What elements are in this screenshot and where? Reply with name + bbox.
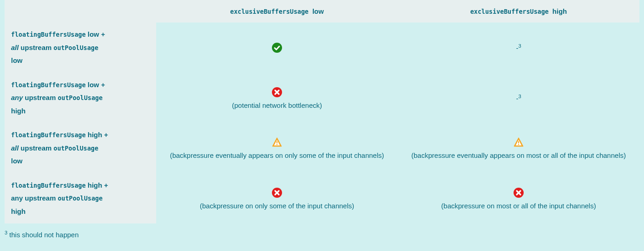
row-upstream: upstream — [25, 94, 56, 101]
row-header: floatingBuffersUsage low + all upstream … — [5, 22, 156, 73]
cell: -3 — [398, 22, 639, 73]
check-icon — [271, 42, 282, 53]
footnote-text: this should not happen — [7, 231, 79, 239]
svg-point-0 — [272, 43, 282, 53]
row-metric1: floatingBuffersUsage — [11, 182, 86, 189]
cell — [156, 22, 398, 73]
row-level2: high — [11, 107, 26, 115]
row-level2: high — [11, 207, 26, 215]
cross-icon — [271, 87, 282, 98]
row-upstream: upstream — [21, 44, 52, 51]
row-plus: + — [101, 30, 105, 38]
cell-caption: (backpressure on most or all of the inpu… — [441, 202, 596, 210]
column-metric: exclusiveBuffersUsage — [470, 8, 549, 15]
row-level1: low — [88, 30, 99, 38]
row-header: floatingBuffersUsage high + any upstream… — [5, 173, 156, 224]
cell-caption: (backpressure on only some of the input … — [200, 202, 354, 210]
table-row: floatingBuffersUsage high + any upstream… — [5, 173, 639, 224]
cell-caption: (backpressure eventually appears on only… — [170, 151, 384, 159]
svg-rect-5 — [518, 144, 519, 145]
table-corner — [5, 0, 156, 22]
cross-icon — [271, 187, 282, 198]
row-level1: low — [88, 81, 99, 89]
row-metric2: outPoolUsage — [58, 94, 103, 101]
cell: (backpressure eventually appears on only… — [156, 123, 398, 173]
row-qualifier: any — [11, 194, 23, 202]
row-metric1: floatingBuffersUsage — [11, 81, 86, 89]
row-qualifier: all — [11, 44, 19, 51]
row-level1: high — [88, 131, 102, 139]
row-metric2: outPoolUsage — [54, 145, 99, 152]
table-row: floatingBuffersUsage high + all upstream… — [5, 123, 639, 173]
column-metric: exclusiveBuffersUsage — [230, 8, 309, 15]
row-metric1: floatingBuffersUsage — [11, 31, 86, 38]
row-header: floatingBuffersUsage low + any upstream … — [5, 73, 156, 123]
row-plus: + — [101, 81, 105, 89]
row-level1: high — [88, 181, 102, 189]
column-header-high: exclusiveBuffersUsage high — [398, 0, 639, 22]
column-level: high — [553, 7, 567, 15]
row-upstream: upstream — [21, 144, 52, 152]
row-qualifier: any — [11, 94, 23, 101]
cross-icon — [513, 187, 524, 198]
svg-rect-3 — [277, 144, 277, 145]
column-header-low: exclusiveBuffersUsage low — [156, 0, 398, 22]
cell: (potential network bottleneck) — [156, 73, 398, 123]
row-level2: low — [11, 157, 23, 165]
row-upstream: upstream — [25, 194, 56, 202]
row-metric2: outPoolUsage — [58, 195, 103, 202]
warning-icon — [513, 137, 524, 148]
footnote: 3 this should not happen — [5, 230, 639, 239]
column-level: low — [312, 7, 324, 15]
cell: (backpressure on only some of the input … — [156, 173, 398, 224]
dash-sup: 3 — [518, 43, 521, 49]
table-row: floatingBuffersUsage low + any upstream … — [5, 73, 639, 123]
table-row: floatingBuffersUsage low + all upstream … — [5, 22, 639, 73]
row-header: floatingBuffersUsage high + all upstream… — [5, 123, 156, 173]
row-plus: + — [104, 181, 108, 189]
cell-caption: (backpressure eventually appears on most… — [412, 151, 626, 159]
buffers-usage-table: exclusiveBuffersUsage low exclusiveBuffe… — [5, 0, 639, 223]
cell-caption: (potential network bottleneck) — [232, 101, 322, 109]
row-metric2: outPoolUsage — [54, 44, 99, 51]
svg-rect-2 — [277, 141, 277, 144]
dash-sup: 3 — [518, 94, 521, 99]
row-qualifier: all — [11, 144, 19, 152]
dash-note: -3 — [516, 44, 521, 52]
dash-note: -3 — [516, 95, 521, 102]
cell: (backpressure on most or all of the inpu… — [398, 173, 639, 224]
svg-rect-4 — [518, 141, 519, 144]
warning-icon — [271, 137, 282, 148]
row-level2: low — [11, 56, 23, 64]
cell: -3 — [398, 73, 639, 123]
row-plus: + — [104, 131, 108, 139]
row-metric1: floatingBuffersUsage — [11, 131, 86, 139]
cell: (backpressure eventually appears on most… — [398, 123, 639, 173]
